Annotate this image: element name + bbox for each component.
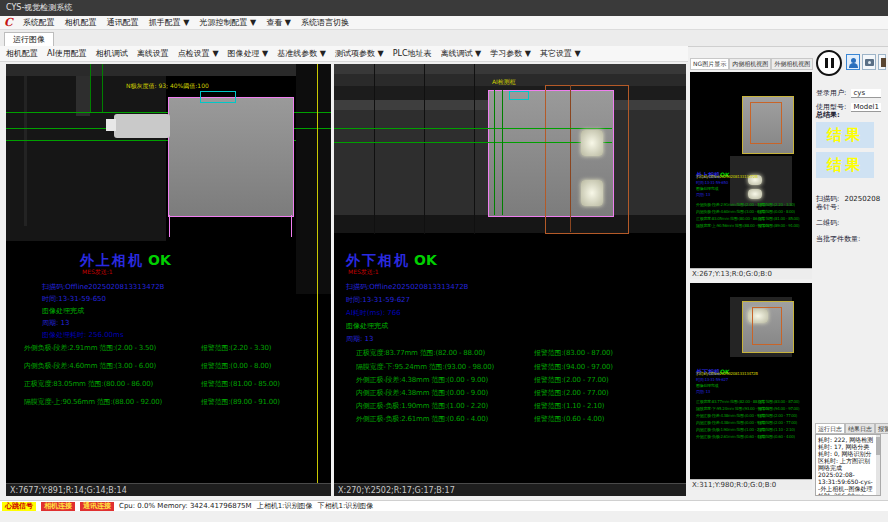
mini1-meas: 内侧负极-段差:4.60mm 范围:(3.00 - 6.00)	[696, 209, 766, 214]
mini-tab-ng[interactable]: NG图片显示	[690, 58, 729, 70]
menu-view[interactable]: 查看 ▼	[266, 17, 291, 28]
camera-button[interactable]	[862, 54, 876, 70]
tool-spotcheck-setting[interactable]: 点检设置 ▼	[178, 48, 219, 59]
right-cyan-roi-box	[509, 91, 529, 100]
mini1-meas-alarm: 报警范围:(2.20 - 3.30)	[758, 202, 795, 207]
tool-offline-setting[interactable]: 离线设置	[137, 48, 169, 59]
heartbeat-badge: 心跳信号	[2, 502, 36, 511]
tool-test-params[interactable]: 测试项参数 ▼	[335, 48, 384, 59]
tool-other-setting[interactable]: 其它设置 ▼	[540, 48, 581, 59]
right-seam	[374, 64, 375, 234]
mini1-meas-alarm: 报警范围:(0.00 - 8.00)	[758, 209, 795, 214]
right-green-line	[334, 142, 612, 143]
model-value[interactable]: Model1	[851, 103, 881, 112]
left-electrode-region	[168, 97, 294, 217]
left-yellow-ref-line	[317, 64, 318, 483]
right-camera-result: OK	[414, 252, 437, 268]
tool-image-process[interactable]: 图像处理 ▼	[228, 48, 269, 59]
user-button[interactable]	[846, 54, 860, 70]
measurement-alarm: 报警范围:(2.00 - 77.00)	[534, 375, 609, 385]
tool-offline-debug[interactable]: 离线调试 ▼	[441, 48, 482, 59]
mini-view-bottom[interactable]: 外下相机OK 扫描码:Offline2025020813313472B 时间:1…	[690, 283, 812, 479]
mini2-pixel-status: X:311;Y:980;R:0;G:0;B:0	[690, 479, 812, 490]
menu-comm-config[interactable]: 通讯配置	[107, 17, 139, 28]
camera-right-panel: AI检测框 外下相机OK MES发送:1 扫描码:Offline20250208…	[334, 64, 686, 496]
menu-language-switch[interactable]: 系统语言切换	[301, 17, 349, 28]
mini1-ai-box	[750, 102, 782, 144]
mini2-meas: 外侧正极-段差:4.38mm 范围:(0.00 - 9.00)	[696, 413, 766, 418]
log-tab-run[interactable]: 运行日志	[815, 423, 845, 434]
mini1-meas-alarm: 报警范围:(81.00 - 85.00)	[758, 216, 799, 221]
menu-gripper-config[interactable]: 抓手配置 ▼	[149, 17, 190, 28]
tab-strip: 运行图像	[0, 30, 888, 47]
left-barcode: 扫描码:Offline2025020813313472B	[42, 282, 164, 292]
tool-ai-use-config[interactable]: AI使用配置	[47, 48, 87, 59]
left-elapsed: 图像处理耗时: 256.00ms	[42, 330, 124, 340]
left-camera-result: OK	[148, 252, 171, 268]
menu-camera-config[interactable]: 相机配置	[65, 17, 97, 28]
right-process-done: 图像处理完成	[346, 321, 388, 331]
menu-light-config[interactable]: 光源控制配置 ▼	[199, 17, 256, 28]
comm-conn-badge: 通讯连接	[80, 502, 114, 511]
tool-baseline-params[interactable]: 基准线参数 ▼	[277, 48, 326, 59]
mini2-ai-box	[752, 307, 782, 345]
left-time: 时间:13-31-59-650	[42, 294, 106, 304]
measurement-alarm: 报警范围:(89.00 - 91.00)	[201, 397, 280, 407]
camera-right-view[interactable]: AI检测框 外下相机OK MES发送:1 扫描码:Offline20250208…	[334, 64, 686, 483]
pause-button[interactable]	[816, 50, 842, 76]
measurement-row: 内侧负极-段差:4.60mm 范围:(3.00 - 6.00)	[24, 361, 156, 371]
mini-view-top[interactable]: 外上相机OK 扫描码:Offline2025020813313472B 时间:1…	[690, 72, 812, 268]
left-cyan-roi-box	[200, 91, 236, 103]
right-green-vline	[494, 90, 495, 215]
left-annotation: N极灰度值: 93; 40%阈值:100	[126, 82, 209, 91]
tab-run-image[interactable]: 运行图像	[4, 32, 54, 47]
right-cycle: 周期: 13	[346, 334, 374, 344]
mini-view-tabs: NG图片显示 内侧相机视图 外侧相机视图	[690, 58, 812, 70]
measurement-alarm: 报警范围:(81.00 - 85.00)	[201, 379, 280, 389]
menu-system-config[interactable]: 系统配置	[23, 17, 55, 28]
measurement-row: 隔膜宽度-下:95.24mm 范围:(93.00 - 98.00)	[356, 362, 494, 372]
mini-tab-inner-cam[interactable]: 内侧相机视图	[729, 58, 771, 70]
app-logo-icon: C	[4, 16, 13, 29]
left-pixel-status: X:7677;Y:891;R:14;G:14;B:14	[6, 483, 331, 496]
measurement-row: 外侧负极-段差:2.91mm 范围:(2.00 - 3.50)	[24, 343, 156, 353]
camera-left-view[interactable]: N极灰度值: 93; 40%阈值:100 外上相机OK MES发送:1 扫描码:…	[6, 64, 331, 483]
tool-plc-address[interactable]: PLC地址表	[393, 48, 432, 59]
mini1-meas-alarm: 报警范围:(89.00 - 91.00)	[758, 223, 799, 228]
mini-tab-outer-cam[interactable]: 外侧相机视图	[771, 58, 813, 70]
measurement-alarm: 报警范围:(94.00 - 97.00)	[534, 362, 613, 372]
mini1-pixel-status: X:267;Y:13;R:0;G:0;B:0	[690, 268, 812, 279]
exit-button[interactable]	[878, 54, 886, 70]
measurement-row: 隔膜宽度-上:90.56mm 范围:(88.00 - 92.00)	[24, 397, 162, 407]
left-image-top-band	[6, 64, 331, 76]
cpu-memory-status: Cpu: 0.0% Memory: 3424.41796875M	[119, 502, 252, 510]
mini2-done: 图像处理完成	[696, 383, 718, 388]
log-box[interactable]: 耗时: 222, 网络检测耗时: 17, 网络分类耗时: 0, 网络识别分区耗时…	[815, 434, 881, 496]
right-seam	[424, 64, 425, 234]
mini1-meas: 正极宽度:83.05mm 范围:(80.00 - 86.00)	[696, 216, 764, 221]
tool-learn-params[interactable]: 学习参数 ▼	[490, 48, 531, 59]
measurement-row: 内侧正极-段差:4.38mm 范围:(0.00 - 9.00)	[356, 388, 488, 398]
log-scroll-thumb[interactable]	[876, 437, 880, 455]
qr-label: 二维码:	[816, 218, 839, 228]
mini2-meas-alarm: 报警范围:(83.00 - 87.00)	[758, 399, 799, 404]
log-tab-alarm[interactable]: 报警日志	[875, 423, 888, 434]
mini1-barcode: 扫描码:Offline2025020813313472B	[696, 174, 758, 179]
sidebar: 登录用户: cys 使用型号: Model1 总结果: 结果 结果 扫描码: 2…	[814, 50, 886, 500]
log-scrollbar[interactable]	[876, 435, 880, 495]
tool-camera-config[interactable]: 相机配置	[6, 48, 38, 59]
left-process-done: 图像处理完成	[42, 306, 84, 316]
toolbar: 相机配置 AI使用配置 相机调试 离线设置 点检设置 ▼ 图像处理 ▼ 基准线参…	[0, 46, 688, 62]
log-tab-result[interactable]: 结果日志	[845, 423, 875, 434]
pause-bar	[825, 58, 828, 68]
measurement-row: 正极宽度:83.05mm 范围:(80.00 - 86.00)	[24, 379, 153, 389]
mini2-meas: 正极宽度:83.77mm 范围:(82.00 - 88.00)	[696, 399, 764, 404]
needle-label: 卷针号:	[816, 202, 839, 212]
tool-camera-debug[interactable]: 相机调试	[96, 48, 128, 59]
right-pixel-status: X:270;Y:2502;R:17;G:17;B:17	[334, 483, 686, 496]
measurement-row: 内侧正极-负极:1.90mm 范围:(1.00 - 2.20)	[356, 401, 488, 411]
camera-left-panel: N极灰度值: 93; 40%阈值:100 外上相机OK MES发送:1 扫描码:…	[6, 64, 331, 496]
mini1-cycle: 周期: 13	[696, 192, 710, 197]
upper-camera-status: 上相机1:识别图像	[257, 501, 313, 511]
mini2-meas-alarm: 报警范围:(0.60 - 4.00)	[758, 434, 795, 439]
